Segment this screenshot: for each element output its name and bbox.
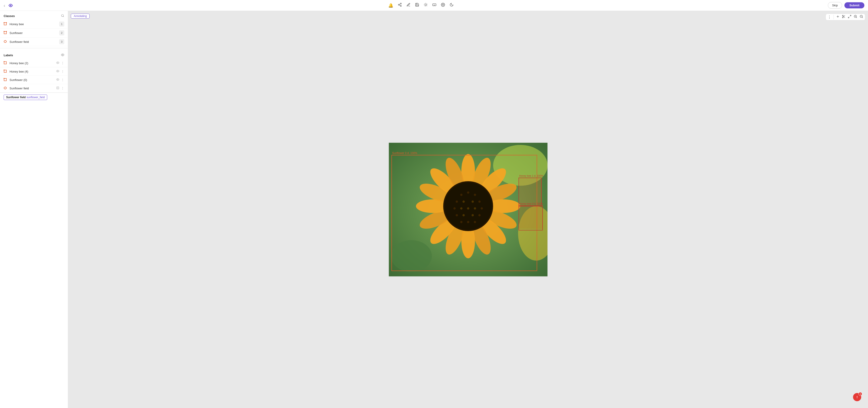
svg-line-50	[844, 17, 845, 18]
svg-point-2	[398, 4, 399, 5]
class-count-sunflower: 2	[59, 30, 64, 35]
bbox-icon	[4, 22, 7, 26]
label-bbox-icon-3	[4, 78, 7, 82]
svg-point-36	[4, 70, 4, 70]
svg-rect-24	[4, 23, 7, 25]
label-name-honey-bee-2: Honey bee (2)	[9, 62, 56, 65]
svg-point-6	[425, 4, 427, 6]
class-name-sunflower: Sunflower	[9, 31, 59, 35]
sidebar: Classes Honey bee 1 Sunflower 2	[0, 11, 68, 408]
label-visibility-icon-2[interactable]	[56, 70, 59, 73]
notification-badge[interactable]: ! 1	[853, 393, 861, 401]
label-menu-icon-1[interactable]: ⋮	[61, 61, 64, 65]
label-visibility-icon-3[interactable]	[56, 78, 59, 82]
label-item-sunflower-0[interactable]: Sunflower (0) ⋮	[0, 76, 68, 84]
svg-line-51	[843, 16, 844, 16]
svg-point-87	[463, 201, 465, 203]
svg-line-53	[848, 17, 849, 18]
svg-point-28	[4, 31, 4, 32]
label-add-icon[interactable]	[56, 87, 59, 90]
moon-icon[interactable]	[450, 3, 454, 8]
class-item-sunflower-field[interactable]: Sunflower field 3	[0, 37, 68, 46]
image-container: Sunflower 0 d. 100% Honey bee 1 d. 100% …	[389, 143, 548, 276]
svg-point-48	[842, 17, 843, 18]
svg-point-98	[478, 214, 480, 216]
svg-point-90	[454, 207, 456, 210]
svg-point-96	[463, 214, 465, 216]
keyboard-icon[interactable]	[432, 3, 436, 8]
svg-point-83	[460, 194, 463, 196]
svg-point-84	[467, 192, 469, 194]
tool-cut[interactable]	[842, 15, 845, 19]
label-menu-icon-2[interactable]: ⋮	[61, 70, 64, 73]
svg-line-59	[862, 17, 863, 18]
tool-dots[interactable]: ⋮	[828, 15, 831, 19]
svg-point-21	[442, 4, 444, 5]
class-item-sunflower[interactable]: Sunflower 2	[0, 29, 68, 37]
label-item-sunflower-field[interactable]: Sunflower field ⋮	[0, 84, 68, 93]
logo-icon	[7, 2, 14, 9]
submit-button[interactable]: Submit	[844, 2, 864, 8]
svg-point-1	[400, 3, 401, 4]
svg-point-92	[467, 207, 469, 210]
header: ‹ 🔔 Skip Submit	[0, 0, 868, 11]
svg-point-91	[460, 207, 463, 210]
pen-icon[interactable]	[406, 3, 410, 8]
svg-point-64	[391, 240, 432, 272]
polygon-icon	[4, 40, 7, 43]
svg-point-0	[10, 5, 11, 6]
label-actions-4: ⋮	[56, 87, 64, 90]
svg-rect-103	[519, 205, 543, 229]
svg-point-101	[474, 221, 476, 223]
label-menu-icon-4[interactable]: ⋮	[61, 87, 64, 90]
label-bbox-icon-2	[4, 70, 7, 73]
svg-rect-27	[4, 32, 7, 34]
svg-point-47	[842, 15, 843, 16]
classes-title: Classes	[4, 14, 15, 18]
svg-point-31	[62, 55, 63, 55]
main-layout: Classes Honey bee 1 Sunflower 2	[0, 11, 868, 408]
class-name-sunflower-field: Sunflower field	[9, 40, 59, 43]
search-icon[interactable]	[61, 14, 64, 18]
bell-icon[interactable]: 🔔	[388, 3, 393, 8]
svg-rect-15	[433, 4, 436, 6]
svg-line-5	[399, 4, 401, 4]
class-item-honey-bee[interactable]: Honey bee 1	[0, 20, 68, 29]
active-label-sub: sunflower_field	[27, 96, 45, 99]
label-visibility-icon-1[interactable]	[56, 61, 59, 65]
share-icon[interactable]	[398, 3, 402, 8]
save-icon[interactable]	[415, 3, 419, 8]
svg-line-9	[424, 3, 425, 4]
label-name-sunflower-field: Sunflower field	[9, 87, 56, 90]
tool-zoom-out[interactable]	[860, 15, 863, 19]
label-item-honey-bee-4[interactable]: Honey bee (4) ⋮	[0, 67, 68, 76]
labels-section-header: Labels	[0, 50, 68, 59]
svg-marker-41	[4, 87, 7, 89]
svg-rect-35	[4, 70, 7, 73]
svg-point-94	[480, 207, 483, 210]
tool-add[interactable]	[836, 15, 840, 19]
svg-point-89	[478, 201, 480, 203]
active-label-bar: Sunflower field sunflower_field	[0, 93, 68, 102]
canvas-toolbar: ⋮	[826, 13, 865, 21]
notification-icon: !	[857, 395, 858, 399]
label-item-honey-bee-2[interactable]: Honey bee (2) ⋮	[0, 59, 68, 67]
label-actions-1: ⋮	[56, 61, 64, 65]
visibility-toggle-icon[interactable]	[61, 53, 64, 57]
tool-expand[interactable]	[848, 15, 851, 19]
class-count-honey-bee: 1	[59, 22, 64, 27]
label-menu-icon-3[interactable]: ⋮	[61, 78, 64, 82]
image-wrapper: Sunflower 0 d. 100% Honey bee 1 d. 100% …	[389, 143, 548, 276]
svg-point-40	[57, 79, 58, 80]
svg-point-3	[400, 5, 401, 7]
settings-icon[interactable]	[441, 3, 445, 8]
header-left: ‹	[4, 2, 14, 9]
svg-point-100	[467, 221, 469, 223]
back-button[interactable]: ‹	[4, 3, 5, 8]
brightness-icon[interactable]	[424, 3, 428, 8]
svg-point-99	[460, 221, 463, 223]
svg-point-33	[4, 61, 4, 62]
skip-button[interactable]: Skip	[828, 2, 842, 9]
tool-zoom-in[interactable]	[854, 15, 857, 19]
svg-point-97	[471, 214, 474, 216]
